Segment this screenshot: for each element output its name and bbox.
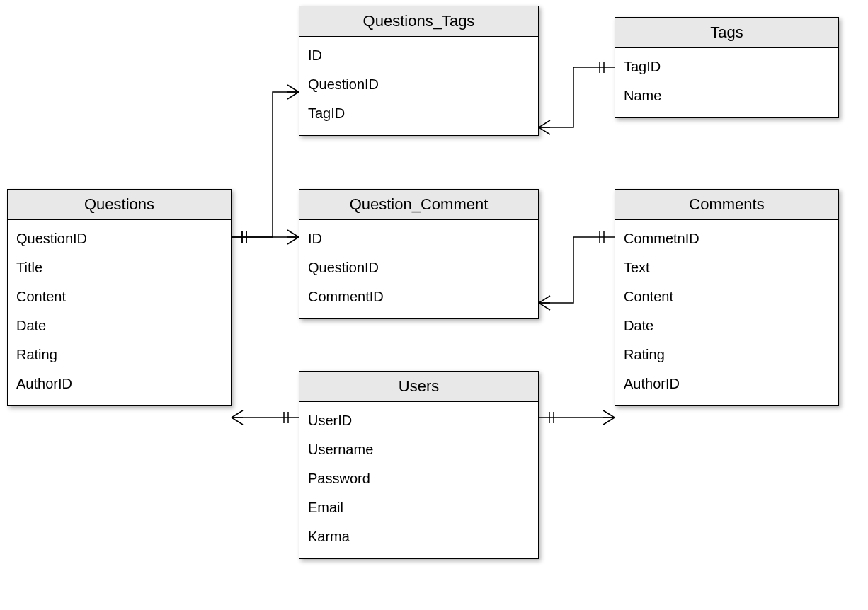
field: QuestionID: [308, 70, 530, 99]
field: CommentID: [308, 282, 530, 311]
field: Email: [308, 493, 530, 522]
field: QuestionID: [308, 253, 530, 282]
field: UserID: [308, 406, 530, 435]
entity-comments-body: CommetnID Text Content Date Rating Autho…: [615, 220, 838, 405]
field: Username: [308, 435, 530, 464]
entity-question-comment-header: Question_Comment: [299, 190, 538, 220]
entity-users-body: UserID Username Password Email Karma: [299, 402, 538, 558]
field: Rating: [16, 340, 222, 369]
field: CommetnID: [624, 224, 830, 253]
entity-tags-header: Tags: [615, 18, 838, 48]
entity-questions-body: QuestionID Title Content Date Rating Aut…: [8, 220, 231, 405]
field: Content: [16, 282, 222, 311]
entity-comments-header: Comments: [615, 190, 838, 220]
entity-questions-tags: Questions_Tags ID QuestionID TagID: [299, 6, 539, 136]
field: Name: [624, 81, 830, 110]
field: AuthorID: [624, 369, 830, 398]
field: TagID: [308, 99, 530, 128]
entity-tags-body: TagID Name: [615, 48, 838, 117]
entity-users-header: Users: [299, 372, 538, 402]
field: Content: [624, 282, 830, 311]
field: Karma: [308, 522, 530, 551]
entity-questions: Questions QuestionID Title Content Date …: [7, 189, 232, 406]
field: Date: [624, 311, 830, 340]
entity-question-comment-body: ID QuestionID CommentID: [299, 220, 538, 318]
field: ID: [308, 41, 530, 70]
entity-users: Users UserID Username Password Email Kar…: [299, 371, 539, 559]
field: QuestionID: [16, 224, 222, 253]
field: Password: [308, 464, 530, 493]
entity-questions-tags-header: Questions_Tags: [299, 6, 538, 37]
entity-question-comment: Question_Comment ID QuestionID CommentID: [299, 189, 539, 319]
field: TagID: [624, 52, 830, 81]
field: ID: [308, 224, 530, 253]
field: Title: [16, 253, 222, 282]
entity-questions-tags-body: ID QuestionID TagID: [299, 37, 538, 135]
entity-questions-header: Questions: [8, 190, 231, 220]
entity-comments: Comments CommetnID Text Content Date Rat…: [615, 189, 839, 406]
field: Rating: [624, 340, 830, 369]
field: Text: [624, 253, 830, 282]
entity-tags: Tags TagID Name: [615, 17, 839, 118]
field: Date: [16, 311, 222, 340]
field: AuthorID: [16, 369, 222, 398]
